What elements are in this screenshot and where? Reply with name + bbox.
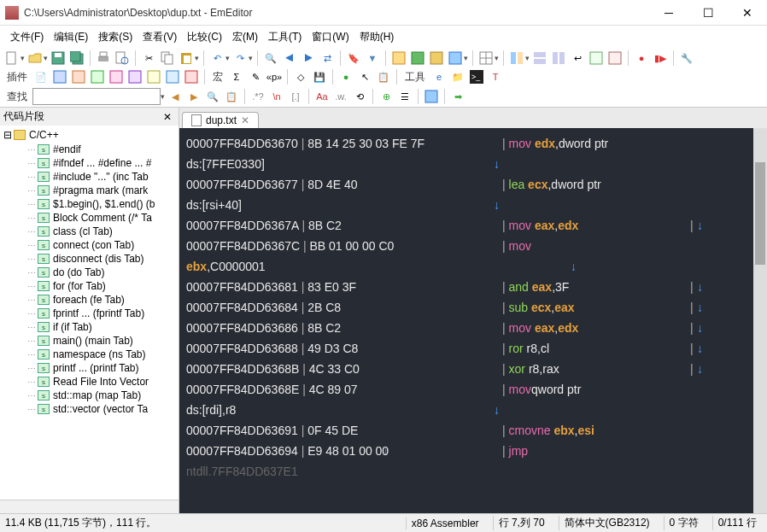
regex-icon[interactable]: .*? [250,89,266,104]
filter-icon[interactable]: ▼ [365,50,380,66]
explorer-icon[interactable]: 📁 [450,69,465,85]
marks-icon[interactable] [607,50,623,66]
snippet-item[interactable]: ⋯sclass (cl Tab) [2,225,177,238]
paste-icon[interactable] [179,50,194,66]
snippet-item[interactable]: ⋯sstd::vector (vector Ta [2,402,177,416]
close-button[interactable]: ✕ [728,0,767,26]
open-icon[interactable] [27,50,43,66]
find-copy-icon[interactable]: 📋 [224,89,239,104]
compare-icon[interactable] [509,50,524,66]
ie-icon[interactable]: e [431,69,447,85]
snippet-item[interactable]: ⋯s#endif [2,143,177,156]
find-go-next-icon[interactable]: ▶ [186,89,202,104]
cut-icon[interactable]: ✂ [141,50,156,66]
print-preview-icon[interactable] [114,50,130,66]
snippet-item[interactable]: ⋯sdo (do Tab) [2,266,177,279]
play-icon[interactable]: ▮▶ [653,50,668,66]
settings-icon[interactable]: 🔧 [679,50,694,66]
plugin1-icon[interactable]: 📄 [33,69,49,85]
find-next-icon[interactable]: ⯈ [301,50,316,66]
macro-list-icon[interactable]: 📋 [376,69,391,85]
macro-edit-icon[interactable]: ✎ [248,69,263,85]
guides-icon[interactable] [588,50,604,66]
font-icon[interactable]: T [488,69,503,85]
snippet-item[interactable]: ⋯s#ifndef ... #define ... # [2,156,177,170]
view1-icon[interactable] [391,50,407,66]
snippet-item[interactable]: ⋯s#include "..." (inc Tab [2,170,177,184]
undo-icon[interactable]: ↶ [209,50,225,66]
plugin8-icon[interactable] [165,69,180,85]
snippet-item[interactable]: ⋯sprintf ... (printf Tab) [2,361,177,375]
plugin3-icon[interactable] [71,69,86,85]
snippet-item[interactable]: ⋯sstd::map (map Tab) [2,389,177,402]
menu-v[interactable]: 查看(V) [138,27,182,47]
snippet-item[interactable]: ⋯s$1.begin(), $1.end() (b [2,197,177,211]
word-icon[interactable]: .w. [333,89,348,104]
replace-icon[interactable]: ⇄ [319,50,335,66]
newline-icon[interactable]: \n [269,89,284,104]
new-icon[interactable] [4,50,20,66]
view3-icon[interactable] [429,50,444,66]
menu-c[interactable]: 比较(C) [182,27,227,47]
case-icon[interactable]: Aa [314,89,330,104]
menu-w[interactable]: 窗口(W) [307,27,354,47]
select-icon[interactable] [424,89,439,104]
tab-close-icon[interactable]: ✕ [241,114,249,126]
plugin7-icon[interactable] [146,69,161,85]
record-icon[interactable]: ● [634,50,649,66]
run-icon[interactable]: ● [338,69,354,85]
menu-s[interactable]: 搜索(S) [93,27,138,47]
cmd-icon[interactable]: >_ [469,69,484,85]
view4-icon[interactable] [448,50,463,66]
view2-icon[interactable] [410,50,425,66]
sigma-icon[interactable]: Σ [229,69,244,85]
code-area[interactable]: 00007FF84DD63670 | 8B 14 25 30 03 FE 7F|… [179,128,767,513]
snippet-item[interactable]: ⋯sRead File Into Vector [2,375,177,389]
snippet-item[interactable]: ⋯sconnect (con Tab) [2,238,177,252]
snippet-item[interactable]: ⋯snamespace (ns Tab) [2,348,177,361]
plugin6-icon[interactable] [127,69,143,85]
bracket-icon[interactable]: [.] [288,89,303,104]
plugin5-icon[interactable] [108,69,124,85]
copy-icon[interactable] [160,50,175,66]
split-h-icon[interactable] [532,50,547,66]
cursor-icon[interactable]: ↖ [357,69,372,85]
menu-f[interactable]: 文件(F) [5,27,49,47]
macro-save-icon[interactable]: 💾 [312,69,327,85]
highlight-icon[interactable]: ⊕ [378,89,394,104]
goto-icon[interactable]: ➡ [450,89,465,104]
redo-icon[interactable]: ↷ [232,50,248,66]
vertical-scrollbar[interactable] [753,128,767,513]
sidebar-scrollbar[interactable] [0,500,179,513]
sidebar-close-icon[interactable]: ✕ [160,111,175,123]
minimize-button[interactable]: ─ [649,0,688,26]
find-search-icon[interactable]: 🔍 [205,89,220,104]
snippet-item[interactable]: ⋯sfor (for Tab) [2,279,177,293]
find-prev-icon[interactable]: ⯇ [282,50,297,66]
find-icon[interactable]: 🔍 [263,50,278,66]
macro-rec-icon[interactable]: ◇ [293,69,308,85]
snippet-folder[interactable]: ⊟ C/C++ [2,127,177,143]
maximize-button[interactable]: ☐ [688,0,728,26]
plugin4-icon[interactable] [90,69,105,85]
folder-twisty-icon[interactable]: ⊟ [3,129,12,141]
tab-dup[interactable]: dup.txt ✕ [182,112,259,128]
menu-e[interactable]: 编辑(E) [49,27,93,47]
snippet-item[interactable]: ⋯sdisconnect (dis Tab) [2,252,177,266]
snippet-item[interactable]: ⋯sif (if Tab) [2,320,177,334]
snippet-item[interactable]: ⋯smain() (main Tab) [2,334,177,348]
split-v-icon[interactable] [551,50,566,66]
pp-icon[interactable]: «p» [266,69,282,85]
back-icon[interactable]: ⟲ [352,89,367,104]
save-icon[interactable] [50,50,66,66]
find-go-prev-icon[interactable]: ◀ [167,89,183,104]
snippet-item[interactable]: ⋯sfprintf ... (fprintf Tab) [2,307,177,320]
menu-m[interactable]: 宏(M) [227,27,263,47]
save-all-icon[interactable] [69,50,85,66]
find-input[interactable] [32,88,161,105]
plugin9-icon[interactable] [184,69,199,85]
snippet-item[interactable]: ⋯sBlock Comment (/* Ta [2,211,177,225]
print-icon[interactable] [96,50,111,66]
snippet-item[interactable]: ⋯s#pragma mark (mark [2,184,177,197]
bookmark-icon[interactable]: 🔖 [346,50,361,66]
